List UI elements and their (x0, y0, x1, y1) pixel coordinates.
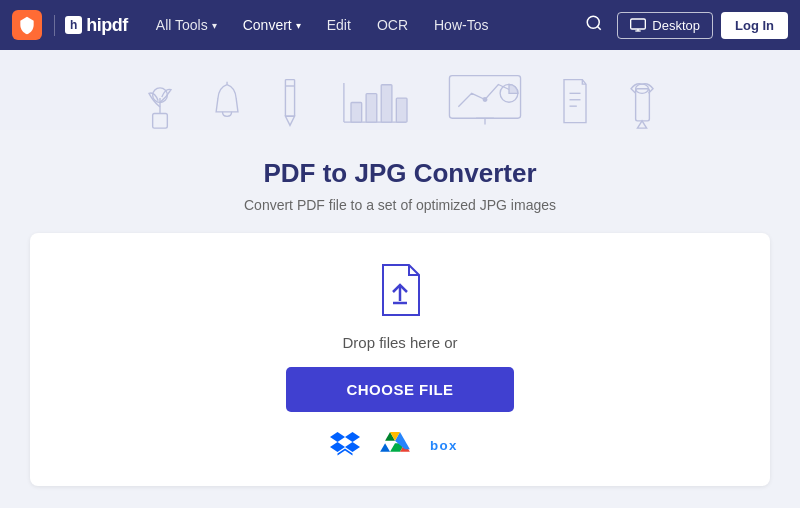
svg-marker-8 (285, 116, 294, 125)
upload-file-icon (375, 263, 425, 318)
pen-illustration (625, 75, 660, 130)
svg-rect-5 (153, 114, 168, 129)
monitor-illustration (445, 70, 525, 130)
svg-rect-16 (449, 76, 520, 119)
svg-rect-2 (631, 19, 646, 29)
page-title: PDF to JPG Converter (263, 158, 536, 189)
search-button[interactable] (579, 8, 609, 42)
plant-illustration (140, 75, 180, 130)
svg-rect-12 (351, 103, 362, 123)
svg-rect-13 (366, 94, 377, 122)
svg-marker-28 (330, 432, 345, 442)
box-icon: box (430, 436, 470, 454)
search-icon (585, 14, 603, 32)
nav-item-how-tos[interactable]: How-Tos (422, 11, 500, 39)
svg-marker-29 (345, 432, 360, 442)
chart-illustration (335, 75, 415, 130)
nav-item-ocr[interactable]: OCR (365, 11, 420, 39)
svg-text:box: box (430, 438, 458, 453)
doc-illustration (555, 75, 595, 130)
desktop-button[interactable]: Desktop (617, 12, 713, 39)
gdrive-icon (380, 432, 410, 458)
hipdf-logo[interactable]: h hipdf (54, 15, 128, 36)
hero-banner (0, 50, 800, 130)
box-button[interactable]: box (430, 436, 470, 454)
wondershare-logo[interactable] (12, 10, 42, 40)
svg-rect-14 (381, 85, 392, 122)
drop-text: Drop files here or (342, 334, 457, 351)
desktop-icon (630, 18, 646, 32)
nav-item-edit[interactable]: Edit (315, 11, 363, 39)
nav-right: Desktop Log In (579, 8, 788, 42)
page-subtitle: Convert PDF file to a set of optimized J… (244, 197, 556, 213)
choose-file-button[interactable]: CHOOSE FILE (286, 367, 513, 412)
gdrive-button[interactable] (380, 432, 410, 458)
navbar: h hipdf All Tools ▾ Convert ▾ Edit OCR H… (0, 0, 800, 50)
all-tools-chevron: ▾ (212, 20, 217, 31)
cloud-icons: box (330, 432, 470, 458)
nav-item-all-tools[interactable]: All Tools ▾ (144, 11, 229, 39)
nav-links: All Tools ▾ Convert ▾ Edit OCR How-Tos (144, 11, 579, 39)
dropbox-button[interactable] (330, 432, 360, 458)
nav-item-convert[interactable]: Convert ▾ (231, 11, 313, 39)
hipdf-brand-name: hipdf (86, 15, 127, 36)
brand-logo: h hipdf (12, 10, 128, 40)
hero-illustrations (0, 70, 800, 130)
svg-rect-15 (396, 98, 407, 122)
convert-chevron: ▾ (296, 20, 301, 31)
svg-rect-7 (285, 80, 294, 117)
upload-area: Drop files here or CHOOSE FILE (30, 233, 770, 486)
svg-point-19 (483, 98, 487, 102)
svg-point-0 (588, 16, 600, 28)
dropbox-icon (330, 432, 360, 458)
login-button[interactable]: Log In (721, 12, 788, 39)
bell-illustration (210, 80, 245, 130)
svg-line-1 (598, 26, 601, 29)
pencil-illustration (275, 75, 305, 130)
hipdf-icon-badge: h (65, 16, 82, 34)
main-content: PDF to JPG Converter Convert PDF file to… (0, 130, 800, 506)
wondershare-icon (17, 15, 37, 35)
upload-icon-wrap (375, 263, 425, 322)
